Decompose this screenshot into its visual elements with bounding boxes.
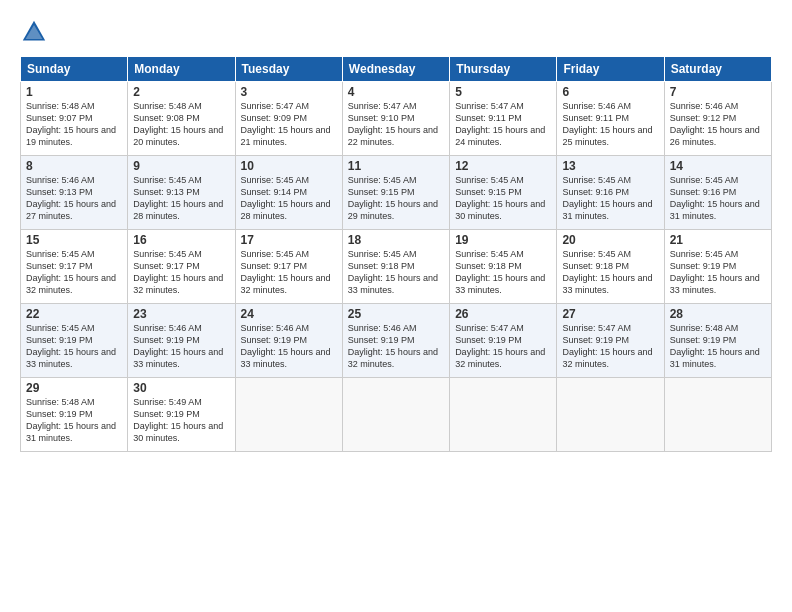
day-info: Sunrise: 5:46 AM Sunset: 9:12 PM Dayligh… — [670, 100, 766, 149]
header-cell-sunday: Sunday — [21, 57, 128, 82]
week-row-3: 15Sunrise: 5:45 AM Sunset: 9:17 PM Dayli… — [21, 230, 772, 304]
header-cell-saturday: Saturday — [664, 57, 771, 82]
day-cell: 5Sunrise: 5:47 AM Sunset: 9:11 PM Daylig… — [450, 82, 557, 156]
day-number: 3 — [241, 85, 337, 99]
header — [20, 18, 772, 46]
day-info: Sunrise: 5:45 AM Sunset: 9:15 PM Dayligh… — [348, 174, 444, 223]
day-cell: 14Sunrise: 5:45 AM Sunset: 9:16 PM Dayli… — [664, 156, 771, 230]
day-cell: 13Sunrise: 5:45 AM Sunset: 9:16 PM Dayli… — [557, 156, 664, 230]
day-info: Sunrise: 5:45 AM Sunset: 9:17 PM Dayligh… — [133, 248, 229, 297]
day-cell: 1Sunrise: 5:48 AM Sunset: 9:07 PM Daylig… — [21, 82, 128, 156]
day-info: Sunrise: 5:45 AM Sunset: 9:18 PM Dayligh… — [455, 248, 551, 297]
day-info: Sunrise: 5:45 AM Sunset: 9:19 PM Dayligh… — [670, 248, 766, 297]
day-cell: 6Sunrise: 5:46 AM Sunset: 9:11 PM Daylig… — [557, 82, 664, 156]
day-number: 1 — [26, 85, 122, 99]
day-number: 10 — [241, 159, 337, 173]
day-number: 6 — [562, 85, 658, 99]
day-info: Sunrise: 5:45 AM Sunset: 9:18 PM Dayligh… — [348, 248, 444, 297]
header-row: SundayMondayTuesdayWednesdayThursdayFrid… — [21, 57, 772, 82]
day-number: 16 — [133, 233, 229, 247]
day-number: 9 — [133, 159, 229, 173]
day-number: 11 — [348, 159, 444, 173]
day-number: 14 — [670, 159, 766, 173]
day-cell: 10Sunrise: 5:45 AM Sunset: 9:14 PM Dayli… — [235, 156, 342, 230]
day-cell: 30Sunrise: 5:49 AM Sunset: 9:19 PM Dayli… — [128, 378, 235, 452]
day-number: 4 — [348, 85, 444, 99]
day-cell: 23Sunrise: 5:46 AM Sunset: 9:19 PM Dayli… — [128, 304, 235, 378]
day-number: 18 — [348, 233, 444, 247]
day-info: Sunrise: 5:49 AM Sunset: 9:19 PM Dayligh… — [133, 396, 229, 445]
day-cell: 29Sunrise: 5:48 AM Sunset: 9:19 PM Dayli… — [21, 378, 128, 452]
day-cell — [342, 378, 449, 452]
day-cell: 25Sunrise: 5:46 AM Sunset: 9:19 PM Dayli… — [342, 304, 449, 378]
calendar-table: SundayMondayTuesdayWednesdayThursdayFrid… — [20, 56, 772, 452]
day-cell: 18Sunrise: 5:45 AM Sunset: 9:18 PM Dayli… — [342, 230, 449, 304]
day-cell: 3Sunrise: 5:47 AM Sunset: 9:09 PM Daylig… — [235, 82, 342, 156]
day-info: Sunrise: 5:47 AM Sunset: 9:19 PM Dayligh… — [562, 322, 658, 371]
day-cell: 19Sunrise: 5:45 AM Sunset: 9:18 PM Dayli… — [450, 230, 557, 304]
day-cell: 7Sunrise: 5:46 AM Sunset: 9:12 PM Daylig… — [664, 82, 771, 156]
day-number: 22 — [26, 307, 122, 321]
day-info: Sunrise: 5:46 AM Sunset: 9:19 PM Dayligh… — [241, 322, 337, 371]
day-cell: 4Sunrise: 5:47 AM Sunset: 9:10 PM Daylig… — [342, 82, 449, 156]
day-number: 17 — [241, 233, 337, 247]
day-number: 23 — [133, 307, 229, 321]
logo — [20, 18, 52, 46]
day-info: Sunrise: 5:47 AM Sunset: 9:19 PM Dayligh… — [455, 322, 551, 371]
day-number: 8 — [26, 159, 122, 173]
week-row-2: 8Sunrise: 5:46 AM Sunset: 9:13 PM Daylig… — [21, 156, 772, 230]
day-cell: 17Sunrise: 5:45 AM Sunset: 9:17 PM Dayli… — [235, 230, 342, 304]
day-info: Sunrise: 5:45 AM Sunset: 9:16 PM Dayligh… — [670, 174, 766, 223]
week-row-4: 22Sunrise: 5:45 AM Sunset: 9:19 PM Dayli… — [21, 304, 772, 378]
day-number: 15 — [26, 233, 122, 247]
header-cell-friday: Friday — [557, 57, 664, 82]
day-number: 13 — [562, 159, 658, 173]
header-cell-wednesday: Wednesday — [342, 57, 449, 82]
day-cell: 16Sunrise: 5:45 AM Sunset: 9:17 PM Dayli… — [128, 230, 235, 304]
day-cell — [664, 378, 771, 452]
day-info: Sunrise: 5:46 AM Sunset: 9:11 PM Dayligh… — [562, 100, 658, 149]
day-number: 2 — [133, 85, 229, 99]
day-cell: 21Sunrise: 5:45 AM Sunset: 9:19 PM Dayli… — [664, 230, 771, 304]
week-row-1: 1Sunrise: 5:48 AM Sunset: 9:07 PM Daylig… — [21, 82, 772, 156]
week-row-5: 29Sunrise: 5:48 AM Sunset: 9:19 PM Dayli… — [21, 378, 772, 452]
day-cell: 11Sunrise: 5:45 AM Sunset: 9:15 PM Dayli… — [342, 156, 449, 230]
day-info: Sunrise: 5:45 AM Sunset: 9:14 PM Dayligh… — [241, 174, 337, 223]
day-info: Sunrise: 5:47 AM Sunset: 9:09 PM Dayligh… — [241, 100, 337, 149]
day-cell — [235, 378, 342, 452]
day-number: 28 — [670, 307, 766, 321]
day-number: 7 — [670, 85, 766, 99]
day-info: Sunrise: 5:45 AM Sunset: 9:15 PM Dayligh… — [455, 174, 551, 223]
day-info: Sunrise: 5:46 AM Sunset: 9:13 PM Dayligh… — [26, 174, 122, 223]
day-number: 30 — [133, 381, 229, 395]
day-info: Sunrise: 5:47 AM Sunset: 9:11 PM Dayligh… — [455, 100, 551, 149]
header-cell-tuesday: Tuesday — [235, 57, 342, 82]
day-info: Sunrise: 5:46 AM Sunset: 9:19 PM Dayligh… — [348, 322, 444, 371]
day-cell: 22Sunrise: 5:45 AM Sunset: 9:19 PM Dayli… — [21, 304, 128, 378]
day-info: Sunrise: 5:45 AM Sunset: 9:18 PM Dayligh… — [562, 248, 658, 297]
day-info: Sunrise: 5:48 AM Sunset: 9:08 PM Dayligh… — [133, 100, 229, 149]
day-cell — [450, 378, 557, 452]
day-info: Sunrise: 5:45 AM Sunset: 9:17 PM Dayligh… — [241, 248, 337, 297]
day-info: Sunrise: 5:47 AM Sunset: 9:10 PM Dayligh… — [348, 100, 444, 149]
day-info: Sunrise: 5:48 AM Sunset: 9:19 PM Dayligh… — [670, 322, 766, 371]
header-cell-monday: Monday — [128, 57, 235, 82]
day-cell: 2Sunrise: 5:48 AM Sunset: 9:08 PM Daylig… — [128, 82, 235, 156]
day-number: 26 — [455, 307, 551, 321]
day-info: Sunrise: 5:45 AM Sunset: 9:17 PM Dayligh… — [26, 248, 122, 297]
day-cell — [557, 378, 664, 452]
day-number: 19 — [455, 233, 551, 247]
day-number: 5 — [455, 85, 551, 99]
page: SundayMondayTuesdayWednesdayThursdayFrid… — [0, 0, 792, 612]
day-number: 20 — [562, 233, 658, 247]
day-number: 12 — [455, 159, 551, 173]
day-number: 24 — [241, 307, 337, 321]
day-info: Sunrise: 5:45 AM Sunset: 9:13 PM Dayligh… — [133, 174, 229, 223]
day-cell: 12Sunrise: 5:45 AM Sunset: 9:15 PM Dayli… — [450, 156, 557, 230]
header-cell-thursday: Thursday — [450, 57, 557, 82]
day-cell: 8Sunrise: 5:46 AM Sunset: 9:13 PM Daylig… — [21, 156, 128, 230]
day-cell: 28Sunrise: 5:48 AM Sunset: 9:19 PM Dayli… — [664, 304, 771, 378]
day-info: Sunrise: 5:45 AM Sunset: 9:19 PM Dayligh… — [26, 322, 122, 371]
day-cell: 27Sunrise: 5:47 AM Sunset: 9:19 PM Dayli… — [557, 304, 664, 378]
day-cell: 24Sunrise: 5:46 AM Sunset: 9:19 PM Dayli… — [235, 304, 342, 378]
